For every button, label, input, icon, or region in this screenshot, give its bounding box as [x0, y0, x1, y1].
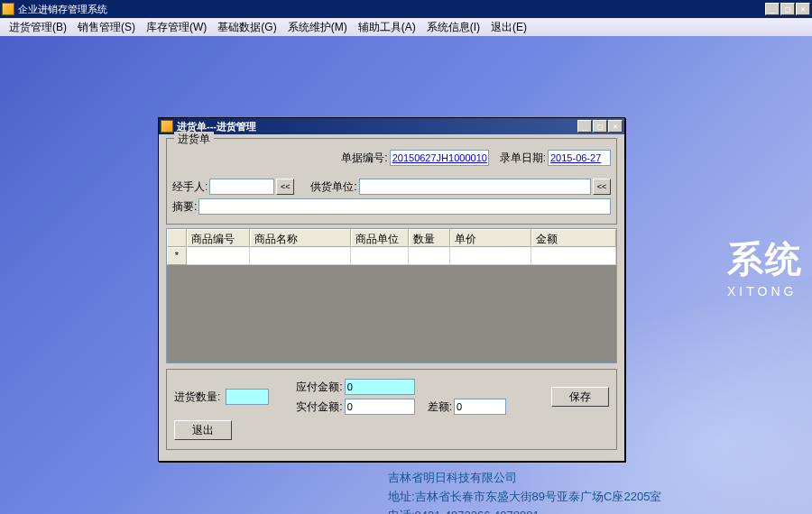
grid-newrow-marker: *	[167, 247, 187, 265]
date-field[interactable]: 2015-06-27	[548, 150, 611, 166]
supplier-lookup-button[interactable]: <<	[593, 179, 611, 195]
payable-field[interactable]	[345, 379, 415, 395]
dialog-title: 进货单---进货管理	[177, 120, 577, 133]
handler-lookup-button[interactable]: <<	[276, 179, 294, 195]
col-unit[interactable]: 商品单位	[351, 229, 409, 247]
header-groupbox: 进货单 单据编号: 20150627JH1000010 录单日期: 2015-0…	[166, 138, 617, 225]
cell-qty[interactable]	[409, 247, 450, 265]
dialog-close-button[interactable]: ×	[608, 120, 623, 133]
diff-label: 差额:	[428, 399, 452, 415]
dialog-maximize-button[interactable]: □	[593, 120, 607, 133]
date-label: 录单日期:	[500, 151, 546, 166]
cell-code[interactable]	[187, 247, 250, 265]
paid-label: 实付金额:	[296, 399, 342, 415]
background-branding: 系统 XITONG	[727, 234, 803, 298]
grid-header: 商品编号 商品名称 商品单位 数量 单价 金额	[167, 229, 616, 247]
menu-inventory[interactable]: 库存管理(W)	[141, 18, 212, 37]
company-address: 地址:吉林省长春市东盛大街89号亚泰广场C座2205室	[388, 488, 661, 507]
menu-info[interactable]: 系统信息(I)	[421, 18, 485, 37]
cell-amount[interactable]	[531, 247, 616, 265]
handler-input[interactable]	[209, 179, 274, 195]
menu-tools[interactable]: 辅助工具(A)	[353, 18, 421, 37]
menu-basedata[interactable]: 基础数据(G)	[212, 18, 281, 37]
save-button[interactable]: 保存	[551, 387, 609, 407]
qty-total-field[interactable]	[226, 389, 269, 405]
cell-unit[interactable]	[351, 247, 409, 265]
app-title: 企业进销存管理系统	[18, 3, 765, 16]
menu-sales[interactable]: 销售管理(S)	[72, 18, 141, 37]
mdi-desktop: 系统 XITONG 进货单---进货管理 _ □ × 进货单 单据编号: 201…	[0, 36, 812, 514]
dialog-icon	[161, 120, 173, 133]
maximize-button[interactable]: □	[780, 3, 795, 15]
col-product-code[interactable]: 商品编号	[187, 229, 250, 247]
grid-new-row[interactable]: *	[167, 247, 616, 265]
dialog-minimize-button[interactable]: _	[577, 120, 592, 133]
app-icon	[2, 3, 14, 15]
close-button[interactable]: ×	[796, 3, 810, 15]
dialog-titlebar: 进货单---进货管理 _ □ ×	[159, 118, 624, 134]
totals-panel: 进货数量: 应付金额: 实付金额: 差额:	[166, 369, 617, 450]
cell-name[interactable]	[250, 247, 351, 265]
handler-label: 经手人:	[172, 179, 208, 195]
main-window: 企业进销存管理系统 _ □ × 进货管理(B) 销售管理(S) 库存管理(W) …	[0, 0, 812, 514]
menu-purchase[interactable]: 进货管理(B)	[4, 18, 72, 37]
menubar: 进货管理(B) 销售管理(S) 库存管理(W) 基础数据(G) 系统维护(M) …	[0, 18, 812, 36]
payable-label: 应付金额:	[296, 380, 342, 395]
col-amount[interactable]: 金额	[531, 229, 616, 247]
company-phone: 电话:0431-4972266 4978981	[388, 507, 661, 514]
company-name: 吉林省明日科技有限公司	[388, 469, 661, 488]
dialog-body: 进货单 单据编号: 20150627JH1000010 录单日期: 2015-0…	[159, 134, 624, 461]
items-grid[interactable]: 商品编号 商品名称 商品单位 数量 单价 金额 *	[166, 228, 617, 363]
groupbox-title: 进货单	[174, 132, 214, 147]
col-product-name[interactable]: 商品名称	[250, 229, 351, 247]
qty-label: 进货数量:	[174, 390, 220, 405]
minimize-button[interactable]: _	[765, 3, 780, 15]
col-qty[interactable]: 数量	[409, 229, 450, 247]
exit-button[interactable]: 退出	[174, 420, 232, 440]
supplier-label: 供货单位:	[310, 179, 356, 195]
docno-label: 单据编号:	[341, 151, 387, 166]
cell-price[interactable]	[450, 247, 531, 265]
background-big-text: 系统	[727, 234, 803, 284]
summary-input[interactable]	[198, 198, 611, 215]
summary-label: 摘要:	[172, 199, 197, 215]
col-price[interactable]: 单价	[450, 229, 531, 247]
company-footer: 吉林省明日科技有限公司 地址:吉林省长春市东盛大街89号亚泰广场C座2205室 …	[388, 469, 661, 514]
dialog-window-controls: _ □ ×	[577, 120, 623, 133]
menu-system[interactable]: 系统维护(M)	[282, 18, 353, 37]
diff-field[interactable]	[454, 399, 506, 415]
paid-field[interactable]	[345, 399, 415, 415]
grid-rowhead-corner	[167, 229, 187, 247]
main-titlebar: 企业进销存管理系统 _ □ ×	[0, 0, 812, 18]
docno-field[interactable]: 20150627JH1000010	[390, 150, 489, 166]
purchase-dialog: 进货单---进货管理 _ □ × 进货单 单据编号: 20150627JH100…	[158, 117, 625, 462]
background-small-text: XITONG	[727, 284, 803, 298]
window-controls: _ □ ×	[765, 3, 810, 15]
supplier-input[interactable]	[359, 179, 591, 195]
menu-exit[interactable]: 退出(E)	[485, 18, 532, 37]
